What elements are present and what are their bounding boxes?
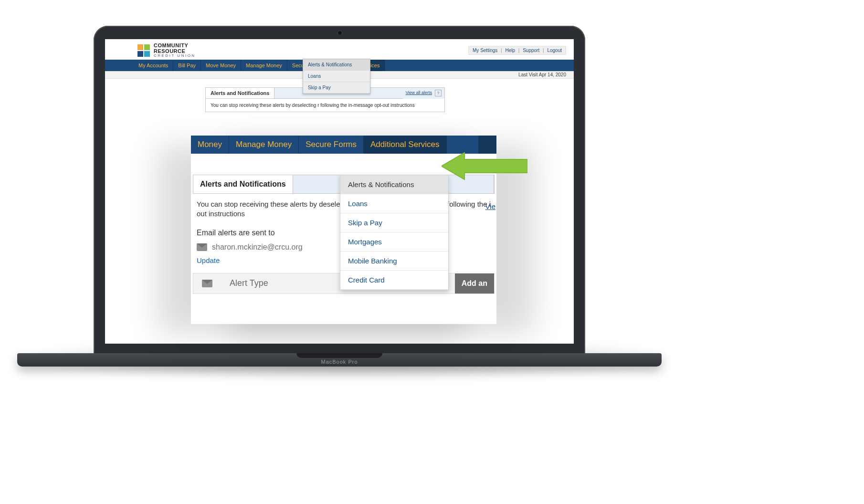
laptop-base: MacBook Pro [17, 353, 662, 367]
additional-services-dropdown: Alerts & Notifications Loans Skip a Pay … [340, 175, 449, 290]
nav-bill-pay[interactable]: Bill Pay [173, 60, 201, 71]
nav-move-money[interactable]: Move Money [201, 60, 241, 71]
desc-line-3: out instructions [197, 210, 245, 218]
menu-alerts-notifications[interactable]: Alerts & Notifications [340, 175, 448, 194]
email-value: sharon.mckinzie@crcu.org [212, 243, 303, 252]
alerts-description-small: You can stop receiving these alerts by d… [206, 99, 444, 112]
tab-alerts-notifications[interactable]: Alerts and Notifications [193, 175, 293, 193]
arrow-icon [442, 151, 527, 181]
brand-logo-text: COMMUNITY RESOURCE CREDIT UNION [154, 43, 196, 58]
util-logout[interactable]: Logout [547, 48, 562, 53]
nav-manage-money[interactable]: Manage Money [241, 60, 287, 71]
mail-icon [202, 280, 212, 287]
help-icon[interactable]: ? [435, 90, 442, 96]
menu-loans[interactable]: Loans [303, 71, 370, 82]
view-all-alerts-link[interactable]: View all alerts [403, 88, 435, 99]
util-sep: | [518, 48, 520, 53]
mail-icon [197, 243, 207, 251]
utility-nav: My Settings | Help | Support | Logout [468, 46, 566, 55]
menu-mortgages[interactable]: Mortgages [340, 232, 448, 252]
alert-type-header: Alert Type [230, 278, 268, 288]
zoom-nav-secure-forms[interactable]: Secure Forms [299, 136, 364, 154]
menu-loans[interactable]: Loans [340, 194, 448, 213]
additional-services-dropdown-small: Alerts & Notifications Loans Skip a Pay [303, 59, 370, 94]
zoom-nav-additional-services[interactable]: Additional Services [364, 136, 447, 154]
util-help[interactable]: Help [505, 48, 515, 53]
last-visit-label: Last Visit Apr 14, 2020 [518, 72, 566, 77]
nav-my-accounts[interactable]: My Accounts [134, 60, 173, 71]
menu-skip-a-pay[interactable]: Skip a Pay [340, 213, 448, 232]
brand-logo-mark [137, 44, 150, 57]
menu-alerts-notifications[interactable]: Alerts & Notifications [303, 59, 370, 71]
menu-mobile-banking[interactable]: Mobile Banking [340, 252, 448, 271]
svg-marker-0 [442, 153, 527, 179]
zoom-nav-money[interactable]: Money [191, 136, 229, 154]
zoom-content: Alerts & Notifications Loans Skip a Pay … [191, 175, 496, 294]
webcam-dot [337, 31, 342, 35]
menu-skip-a-pay[interactable]: Skip a Pay [303, 82, 370, 94]
brand-line-1: COMMUNITY [154, 43, 196, 49]
brand-line-3: CREDIT UNION [154, 54, 196, 58]
app-header: COMMUNITY RESOURCE CREDIT UNION My Setti… [105, 39, 574, 60]
util-sep: | [543, 48, 544, 53]
laptop-brand: MacBook Pro [321, 359, 358, 365]
util-sep: | [501, 48, 502, 53]
zoom-nav-manage-money[interactable]: Manage Money [229, 136, 299, 154]
tab-alerts-notifications[interactable]: Alerts and Notifications [206, 88, 274, 99]
util-support[interactable]: Support [523, 48, 539, 53]
desc-line-right: r following the i [443, 200, 491, 209]
add-alert-button[interactable]: Add an [455, 273, 494, 294]
callout-arrow [442, 151, 527, 181]
view-all-alerts-link[interactable]: Vie [485, 202, 496, 210]
util-my-settings[interactable]: My Settings [473, 48, 497, 53]
desc-line-1: You can stop receiving these alerts by d… [197, 200, 355, 208]
menu-credit-card[interactable]: Credit Card [340, 271, 448, 290]
brand-logo: COMMUNITY RESOURCE CREDIT UNION [137, 43, 196, 58]
content-area: Alerts & Notifications Loans Skip a Pay … [105, 79, 574, 121]
